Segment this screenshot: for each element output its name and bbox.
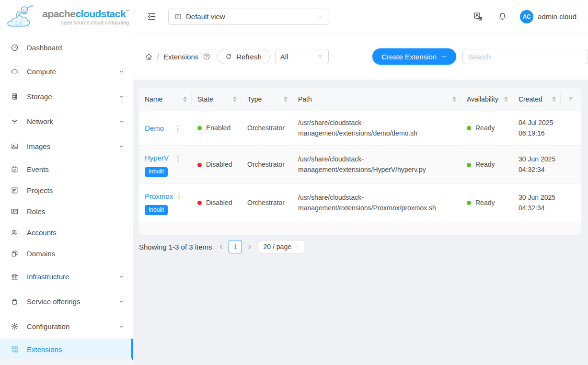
main-area: Default view AC admin cloud: [133, 0, 588, 365]
sidebar-item-extensions[interactable]: Extensions: [0, 339, 133, 360]
wifi-icon: [11, 117, 19, 125]
menu-fold-icon[interactable]: [147, 11, 157, 22]
type-cell: Orchestrator: [242, 116, 292, 140]
created-time: 04:32:34: [519, 203, 557, 214]
type-filter-select[interactable]: All: [275, 49, 329, 64]
extension-link[interactable]: HyperV: [145, 152, 169, 163]
state-cell: Disabled: [192, 153, 242, 177]
sidebar-item-label: Images: [27, 142, 50, 150]
sidebar-item-images[interactable]: Images: [0, 134, 133, 159]
refresh-label: Refresh: [236, 53, 262, 61]
created-time: 04:32:34: [519, 165, 557, 175]
column-label: Availability: [467, 95, 498, 103]
path-line: management/extensions/Proxmox/proxmox.sh: [298, 203, 457, 214]
notifications-bell-icon[interactable]: [497, 11, 507, 22]
path-cell: /usr/share/cloudstack- management/extens…: [292, 148, 461, 182]
type-cell: Orchestrator: [242, 153, 292, 177]
column-header-path[interactable]: Path: [292, 88, 461, 111]
table-filter-button[interactable]: [561, 88, 581, 111]
appstore-add-icon: [11, 345, 19, 354]
sidebar-item-roles[interactable]: Roles: [0, 201, 133, 222]
status-dot: [467, 201, 471, 205]
status-dot: [197, 126, 202, 130]
calendar-check-icon: [11, 165, 19, 173]
sidebar-item-accounts[interactable]: Accounts: [0, 222, 133, 243]
blocks-icon: [11, 250, 19, 258]
sorter-icon[interactable]: [452, 96, 457, 102]
state-text: Enabled: [206, 124, 231, 132]
extension-link[interactable]: Demo: [145, 123, 164, 134]
sidebar-item-label: Projects: [27, 186, 53, 194]
sidebar-item-label: Domains: [27, 250, 55, 258]
next-page-icon[interactable]: [246, 244, 253, 250]
created-cell: 04 Jul 2025 06:19:16: [513, 111, 561, 145]
brand-subtitle: open source cloud computing: [61, 20, 129, 25]
breadcrumb-separator: /: [157, 53, 159, 60]
column-header-state[interactable]: State: [192, 88, 242, 111]
refresh-button[interactable]: Refresh: [217, 49, 270, 64]
sorter-icon[interactable]: [183, 96, 188, 102]
sidebar-item-label: Events: [27, 165, 49, 173]
sidebar-item-infrastructure[interactable]: Infrastructure: [0, 264, 133, 289]
created-date: 04 Jul 2025: [519, 118, 557, 128]
breadcrumb: / Extensions: [145, 53, 210, 61]
page-size-select[interactable]: 20 / page: [259, 240, 304, 253]
view-select[interactable]: Default view: [168, 9, 329, 25]
sidebar-item-projects[interactable]: Projects: [0, 180, 133, 201]
search-input[interactable]: [462, 49, 588, 64]
inbuilt-badge: Inbuilt: [145, 205, 168, 215]
path-cell: /usr/share/cloudstack- management/extens…: [292, 186, 461, 220]
path-line: management/extensions/demo/demo.sh: [298, 128, 457, 139]
sidebar-item-network[interactable]: Network: [0, 109, 133, 134]
sidebar-item-dashboard[interactable]: Dashboard: [0, 36, 133, 59]
brand-title-cloudstack: cloudstack: [75, 8, 126, 19]
sidebar-item-storage[interactable]: Storage: [0, 84, 133, 109]
chevron-down-icon: [119, 274, 124, 279]
column-header-availability[interactable]: Availability: [461, 88, 513, 111]
translate-icon[interactable]: [473, 11, 483, 22]
table-row: Demo ⋮ Enabled Orchestrator /usr/share/c…: [139, 111, 581, 145]
user-name[interactable]: admin cloud: [538, 12, 576, 21]
state-text: Disabled: [206, 199, 232, 206]
column-header-created[interactable]: Created: [513, 88, 561, 111]
plus-icon: [441, 54, 447, 60]
sidebar-item-label: Compute: [27, 68, 56, 76]
create-extension-button[interactable]: Create Extension: [372, 48, 456, 65]
column-header-name[interactable]: Name: [139, 88, 192, 111]
chevron-down-icon: [119, 94, 124, 99]
sorter-icon[interactable]: [284, 96, 288, 102]
sidebar-item-configuration[interactable]: Configuration: [0, 314, 133, 339]
user-avatar[interactable]: AC: [520, 10, 533, 23]
breadcrumb-current: Extensions: [163, 53, 198, 61]
sorter-icon[interactable]: [504, 96, 509, 102]
created-date: 30 Jun 2025: [519, 193, 557, 203]
sidebar-scrollbar[interactable]: [0, 358, 132, 365]
prev-page-icon[interactable]: [218, 244, 224, 250]
reload-icon: [225, 53, 232, 60]
inbuilt-badge: Inbuilt: [145, 167, 168, 177]
more-actions-icon[interactable]: ⋮: [173, 191, 185, 201]
sorter-icon[interactable]: [233, 96, 238, 102]
gear-icon: [11, 322, 19, 331]
home-icon[interactable]: [145, 53, 153, 61]
page-number-button[interactable]: 1: [229, 240, 242, 253]
column-header-type[interactable]: Type: [242, 88, 292, 111]
sidebar-item-events[interactable]: Events: [0, 159, 133, 180]
sidebar-item-domains[interactable]: Domains: [0, 243, 133, 264]
availability-cell: Ready: [461, 153, 513, 177]
sidebar-item-label: Infrastructure: [27, 273, 69, 281]
more-actions-icon[interactable]: ⋮: [172, 153, 184, 163]
extension-link[interactable]: Proxmox: [145, 191, 173, 202]
chevron-down-icon: [119, 324, 124, 329]
chevron-down-icon: [119, 119, 124, 124]
pagination-summary: Showing 1-3 of 3 items: [139, 243, 212, 251]
sorter-icon[interactable]: [552, 96, 557, 102]
help-question-icon[interactable]: [203, 53, 210, 60]
created-date: 30 Jun 2025: [519, 154, 557, 165]
picture-icon: [11, 142, 19, 150]
sidebar-item-compute[interactable]: Compute: [0, 59, 133, 84]
sidebar-item-service-offerings[interactable]: Service offerings: [0, 289, 133, 314]
chevron-down-icon: [119, 299, 124, 304]
status-dot: [467, 126, 471, 130]
more-actions-icon[interactable]: ⋮: [172, 123, 184, 133]
